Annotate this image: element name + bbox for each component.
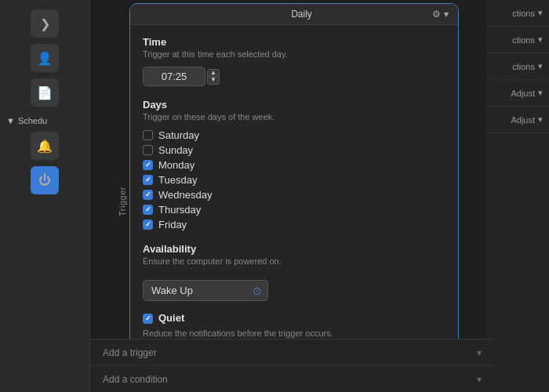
dialog-container: Trigger Daily ⚙ ▾ Time Trigger at this t… [129,3,459,392]
saturday-checkbox[interactable] [143,130,153,140]
right-item-1-arrow: ▾ [538,8,543,18]
add-condition-arrow-icon: ▾ [477,374,482,385]
right-item-3[interactable]: ctions ▾ [486,53,549,80]
days-section-subtitle: Trigger on these days of the week. [143,112,445,122]
days-section: Days Trigger on these days of the week. … [143,99,445,230]
dialog-header: Daily ⚙ ▾ [130,4,458,25]
monday-checkbox[interactable] [143,160,153,170]
time-stepper-down[interactable]: ▼ [207,77,220,85]
wednesday-label: Wednesday [158,189,212,201]
add-trigger-bar[interactable]: Add a trigger ▾ [90,339,494,365]
day-friday: Friday [143,219,445,230]
sidebar-section-arrow: ▼ [6,116,15,125]
availability-title: Availability [143,243,445,255]
right-item-5-arrow: ▾ [538,114,543,125]
add-trigger-label: Add a trigger [103,347,157,358]
wednesday-checkbox[interactable] [143,190,153,200]
header-chevron-icon: ▾ [444,9,449,20]
day-tuesday: Tuesday [143,174,445,186]
right-item-5[interactable]: Adjust ▾ [486,107,549,133]
right-item-2-arrow: ▾ [538,34,543,45]
time-section-title: Time [143,36,445,48]
friday-checkbox[interactable] [143,220,153,230]
quiet-checkbox[interactable] [143,314,153,324]
quiet-section: Quiet Reduce the notifications before th… [143,312,445,338]
sunday-checkbox[interactable] [143,145,153,155]
add-trigger-arrow-icon: ▾ [477,347,482,358]
thursday-label: Thursday [158,204,201,216]
add-condition-label: Add a condition [103,374,168,385]
right-item-4-arrow: ▾ [538,88,543,98]
tuesday-label: Tuesday [158,174,197,186]
quiet-header: Quiet [143,312,445,325]
dialog-gear-group[interactable]: ⚙ ▾ [432,9,449,20]
day-monday: Monday [143,159,445,171]
time-section-subtitle: Trigger at this time each selected day. [143,49,445,59]
sidebar-icon-terminal[interactable]: ❯ [31,9,59,38]
right-panel: ctions ▾ ctions ▾ ctions ▾ Adjust ▾ Adju… [486,0,549,392]
thursday-checkbox[interactable] [143,205,153,215]
saturday-label: Saturday [158,129,199,141]
time-input-group: ▲ ▼ [143,67,445,86]
right-item-3-arrow: ▾ [538,61,543,71]
day-thursday: Thursday [143,204,445,216]
sidebar-icon-power[interactable]: ⏻ [31,166,59,194]
sunday-label: Sunday [158,144,193,156]
time-stepper-up[interactable]: ▲ [207,69,220,77]
sidebar-section-schedule: ▼ Schedu [0,116,89,125]
tuesday-checkbox[interactable] [143,175,153,185]
sidebar-icon-user[interactable]: 👤 [31,44,59,72]
sidebar: ❯ 👤 📄 ▼ Schedu 🔔 ⏻ [0,0,90,392]
day-saturday: Saturday [143,129,445,141]
time-stepper: ▲ ▼ [207,69,220,85]
quiet-subtitle: Reduce the notifications before the trig… [143,328,445,338]
dialog-title: Daily [291,9,312,20]
days-section-title: Days [143,99,445,111]
availability-select-wrapper: Wake Up Do Nothing Power On ⊙ [143,280,268,301]
day-wednesday: Wednesday [143,189,445,201]
time-section: Time Trigger at this time each selected … [143,36,445,86]
availability-section: Availability Ensure the computer is powe… [143,243,445,301]
sidebar-icon-alarm[interactable]: 🔔 [31,132,59,160]
friday-label: Friday [158,219,187,230]
day-sunday: Sunday [143,144,445,156]
monday-label: Monday [158,159,195,171]
availability-subtitle: Ensure the computer is powered on. [143,256,445,266]
bottom-bars: Add a trigger ▾ Add a condition ▾ [90,339,494,392]
right-item-2[interactable]: ctions ▾ [486,27,549,53]
right-item-4[interactable]: Adjust ▾ [486,80,549,107]
dialog-overlay: Trigger Daily ⚙ ▾ Time Trigger at this t… [94,0,494,392]
sidebar-icon-doc[interactable]: 📄 [31,78,59,107]
time-input[interactable] [143,67,205,86]
trigger-label: Trigger [118,187,127,216]
availability-select[interactable]: Wake Up Do Nothing Power On [143,280,268,301]
dialog: Daily ⚙ ▾ Time Trigger at this time each… [129,3,459,392]
dialog-body: Time Trigger at this time each selected … [130,25,458,355]
right-item-1[interactable]: ctions ▾ [486,0,549,27]
add-condition-bar[interactable]: Add a condition ▾ [90,365,494,392]
gear-icon: ⚙ [432,9,441,20]
quiet-title: Quiet [158,312,184,324]
